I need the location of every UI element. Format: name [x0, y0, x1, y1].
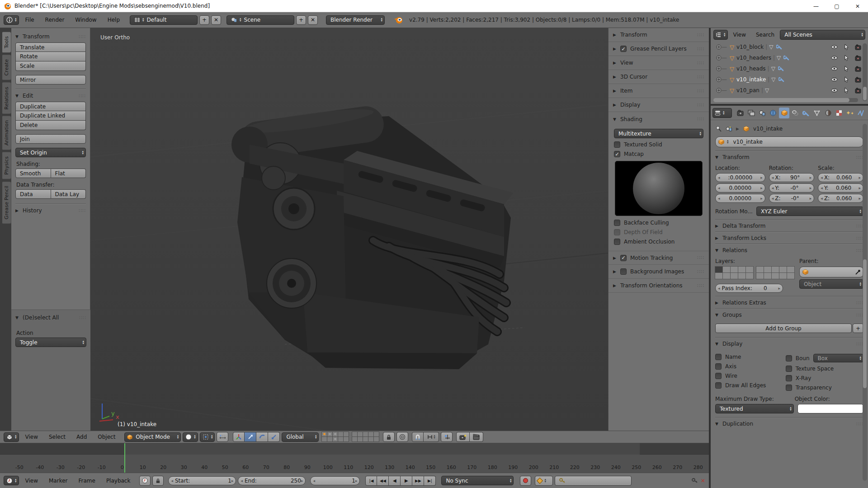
object-name[interactable]: v10_headers	[736, 55, 771, 61]
translate-manipulator-toggle[interactable]	[245, 432, 256, 442]
clear-keyingset-icon[interactable]: ✕	[701, 478, 705, 484]
rotate-button[interactable]: Rotate	[15, 52, 86, 61]
next-keyframe-button[interactable]: ▶▶	[412, 476, 424, 486]
bounds-type-select[interactable]: Box▴▾	[813, 354, 863, 362]
visibility-eye-icon[interactable]	[831, 55, 838, 61]
selectability-cursor-icon[interactable]	[844, 87, 849, 94]
editor-type-selector-outliner[interactable]: ▴▾	[713, 30, 728, 40]
visibility-eye-icon[interactable]	[831, 44, 838, 50]
grease-pencil-checkbox[interactable]: ✓	[620, 46, 627, 52]
rotation-mode-select[interactable]: XYZ Euler▴▾	[756, 206, 863, 216]
editor-type-selector-info[interactable]: ▴▾	[4, 15, 19, 25]
delete-scene-button[interactable]: ✕	[308, 15, 318, 25]
opengl-render-animation-button[interactable]	[470, 432, 483, 442]
expand-icon[interactable]	[716, 66, 722, 71]
snap-toggle[interactable]	[412, 432, 424, 442]
display-xray-checkbox[interactable]	[786, 375, 792, 381]
object-name[interactable]: v10_block	[736, 44, 764, 50]
view3d-menu-object[interactable]: Object	[93, 434, 120, 440]
close-button[interactable]: ✕	[847, 0, 868, 12]
renderability-camera-icon[interactable]	[855, 55, 862, 61]
visibility-eye-icon[interactable]	[831, 66, 838, 71]
npanel-grease-pencil-layers-header[interactable]: ▶✓Grease Pencil Layers∷∷	[609, 42, 709, 56]
outliner-horizontal-scrollbar[interactable]	[713, 98, 858, 102]
tab-material[interactable]	[823, 108, 833, 118]
parent-type-select[interactable]: Object▴▾	[799, 279, 863, 289]
timeline-menu-marker[interactable]: Marker	[44, 478, 72, 484]
screen-layout-selector[interactable]: ▴▾ Default	[130, 15, 198, 25]
shading-mode-select[interactable]: Multitexture ▴▾	[614, 129, 703, 138]
tab-object[interactable]	[779, 108, 789, 118]
panel-transform-header[interactable]: ▼Transform∷∷	[15, 31, 86, 42]
scale-button[interactable]: Scale	[15, 61, 86, 71]
editor-type-selector-properties[interactable]: ▴▾	[712, 108, 732, 118]
previous-keyframe-button[interactable]: ◀◀	[377, 476, 389, 486]
scale-z-field[interactable]: ◂Z:0.060▸	[818, 194, 863, 203]
auto-keyframe-toggle[interactable]: ▴▾	[535, 476, 553, 486]
set-origin-menu[interactable]: Set Origin ▴▾	[15, 148, 86, 157]
npanel-transform-header[interactable]: ▶Transform∷∷	[609, 28, 709, 42]
tab-texture[interactable]	[834, 108, 844, 118]
object-name-field[interactable]: ▴▾ v10_intake	[715, 136, 863, 147]
start-frame-field[interactable]: ◂Start:1▸	[168, 476, 236, 485]
tab-physics[interactable]: Physics	[2, 152, 11, 179]
panel-edit-header[interactable]: ▼Edit∷∷	[15, 90, 86, 102]
display-name-checkbox[interactable]	[715, 354, 722, 360]
location-y-field[interactable]: ◂0.00000▸	[715, 183, 765, 192]
tab-relations[interactable]: Relations	[2, 82, 11, 114]
renderability-camera-icon[interactable]	[855, 77, 862, 83]
manipulator-axes-toggle[interactable]	[233, 432, 245, 442]
matcap-preview[interactable]	[615, 161, 703, 216]
opengl-render-image-button[interactable]	[456, 432, 470, 442]
properties-scrollbar[interactable]	[863, 124, 867, 481]
ambient-occlusion-checkbox[interactable]	[614, 239, 620, 245]
minimize-button[interactable]: —	[806, 0, 826, 12]
key-icon[interactable]	[692, 478, 698, 483]
current-frame-indicator[interactable]	[124, 443, 125, 473]
display-texture-space-checkbox[interactable]	[786, 366, 792, 372]
timeline-menu-view[interactable]: View	[21, 478, 42, 484]
npanel-view-header[interactable]: ▶View∷∷	[609, 56, 709, 70]
selectability-cursor-icon[interactable]	[844, 76, 849, 83]
jump-to-end-button[interactable]: ▶|	[424, 476, 436, 486]
new-group-plus-button[interactable]: +	[853, 324, 863, 333]
viewport-3d[interactable]: User Ortho (1) v10_intake y x	[90, 28, 608, 431]
translate-button[interactable]: Translate	[15, 42, 86, 52]
lock-frame-range-toggle[interactable]	[152, 476, 164, 486]
timeline-menu-playback[interactable]: Playback	[102, 478, 135, 484]
npanel-display-header[interactable]: ▶Display∷∷	[609, 98, 709, 112]
tab-constraints[interactable]	[790, 108, 800, 118]
layers-grid-right[interactable]	[756, 267, 795, 279]
panel-groups-header[interactable]: ▼Groups∷∷	[715, 309, 863, 321]
record-button[interactable]	[520, 476, 531, 486]
location-z-field[interactable]: ◂0.00000▸	[715, 194, 765, 203]
rotation-y-field[interactable]: ◂Y:-0°▸	[769, 183, 815, 192]
npanel-shading-header[interactable]: ▼Shading∷∷	[609, 112, 709, 126]
display-draw-all-edges-checkbox[interactable]	[715, 382, 722, 389]
keying-set-field[interactable]	[555, 476, 632, 486]
viewport-shading-select[interactable]: ▴▾	[183, 432, 198, 442]
pin-icon[interactable]	[715, 126, 722, 132]
scene-breadcrumb-icon[interactable]	[726, 126, 732, 132]
rotation-x-field[interactable]: ◂X:90°▸	[769, 173, 815, 182]
panel-grip[interactable]: ∷∷	[79, 93, 86, 99]
object-name[interactable]: v10_intake	[736, 76, 766, 83]
engine-model[interactable]	[231, 104, 513, 369]
outliner-vertical-scrollbar[interactable]	[863, 43, 867, 101]
display-axis-checkbox[interactable]	[715, 363, 722, 370]
object-color-swatch[interactable]	[797, 404, 863, 413]
panel-history-header[interactable]: ▶History∷∷	[15, 205, 86, 216]
selectability-cursor-icon[interactable]	[844, 55, 849, 61]
menu-file[interactable]: File	[21, 17, 39, 23]
shade-smooth-button[interactable]: Smooth	[15, 169, 51, 178]
duplicate-linked-button[interactable]: Duplicate Linked	[15, 111, 86, 121]
breadcrumb-object-name[interactable]: v10_intake	[753, 126, 783, 132]
selectability-cursor-icon[interactable]	[844, 66, 849, 72]
outliner-filter-select[interactable]: All Scenes ▴▾	[780, 30, 865, 40]
view3d-menu-select[interactable]: Select	[44, 434, 70, 440]
object-name[interactable]: v10_heads	[736, 66, 766, 72]
layers-grid-left[interactable]	[715, 267, 754, 279]
tab-physics[interactable]	[856, 108, 866, 118]
tab-animation[interactable]: Animation	[2, 116, 11, 150]
editor-type-selector-3dview[interactable]: ▴▾	[4, 432, 19, 442]
